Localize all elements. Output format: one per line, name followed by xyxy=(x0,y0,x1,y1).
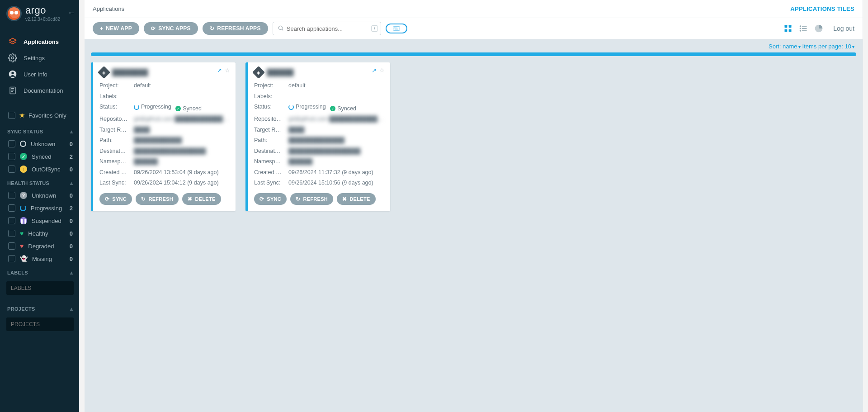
sidebar-header: argo v2.12.3+6b9cd82 ← xyxy=(0,0,79,25)
filter-label: Missing xyxy=(32,256,62,262)
filter-health-suspended[interactable]: ❚❚ Suspended 0 xyxy=(0,214,79,227)
crumbbar: Applications APPLICATIONS TILES xyxy=(85,0,863,18)
kv-value: ████ xyxy=(134,126,229,134)
tile-delete-button[interactable]: ✖DELETE xyxy=(337,193,376,205)
tile-delete-label: DELETE xyxy=(349,196,370,202)
nav-applications[interactable]: Applications xyxy=(0,33,79,50)
pie-view-icon[interactable] xyxy=(814,24,823,33)
status-synced: Synced xyxy=(337,105,356,113)
filter-label: Progressing xyxy=(31,205,62,212)
perpage-control[interactable]: Items per page: 10▾ xyxy=(802,43,854,50)
list-view-icon[interactable] xyxy=(799,24,808,33)
nav-documentation-label: Documentation xyxy=(24,87,63,94)
labels-filter-input[interactable] xyxy=(6,281,74,295)
main-scrollbar[interactable] xyxy=(863,0,868,412)
kv-key: Destinat… xyxy=(254,147,288,156)
open-external-icon[interactable]: ↗ xyxy=(372,67,377,74)
breadcrumb: Applications xyxy=(93,5,124,12)
kv-value: ██████████████████ xyxy=(288,147,384,156)
health-status-title-row[interactable]: HEALTH STATUS ▴ xyxy=(0,175,79,189)
star-icon: ★ xyxy=(19,111,25,119)
tile-sync-button[interactable]: ⟳SYNC xyxy=(99,193,132,205)
status-progressing: Progressing xyxy=(141,103,171,111)
nav-documentation[interactable]: Documentation xyxy=(0,82,79,99)
checkbox[interactable] xyxy=(8,153,15,160)
open-external-icon[interactable]: ↗ xyxy=(217,67,222,74)
checkbox[interactable] xyxy=(8,204,15,212)
filter-health-degraded[interactable]: ♥ Degraded 0 xyxy=(0,240,79,252)
kv-key: Status: xyxy=(254,103,288,113)
kv-value: ██████████████ xyxy=(288,137,384,145)
sync-apps-button[interactable]: ⟳ SYNC APPS xyxy=(144,22,198,35)
checkbox[interactable] xyxy=(8,217,15,224)
kv-key: Target R… xyxy=(254,126,288,134)
refresh-icon: ↻ xyxy=(296,196,300,202)
star-outline-icon[interactable]: ☆ xyxy=(379,67,385,74)
delete-icon: ✖ xyxy=(188,196,192,202)
filter-count: 0 xyxy=(66,141,73,147)
checkbox[interactable] xyxy=(8,255,15,262)
sort-control[interactable]: Sort: name▾ xyxy=(769,43,801,50)
brand: argo v2.12.3+6b9cd82 xyxy=(6,5,60,22)
keyboard-toggle-button[interactable] xyxy=(386,24,407,33)
app-type-icon: ◈ xyxy=(98,66,110,79)
svg-rect-15 xyxy=(395,29,398,29)
nav-userinfo[interactable]: User Info xyxy=(0,66,79,82)
filter-health-missing[interactable]: 👻 Missing 0 xyxy=(0,252,79,265)
checkbox[interactable] xyxy=(8,242,15,250)
filter-health-healthy[interactable]: ♥ Healthy 0 xyxy=(0,227,79,240)
filter-count: 0 xyxy=(66,192,73,199)
kv-key: Last Sync: xyxy=(99,179,134,187)
filter-sync-outofsync[interactable]: ↑ OutOfSync 0 xyxy=(0,163,79,175)
projects-filter-input[interactable] xyxy=(6,317,74,331)
app-name: ████████ xyxy=(112,69,148,76)
favorites-label: Favorites Only xyxy=(28,112,66,119)
kv-value: ████ xyxy=(288,126,384,134)
plus-icon: + xyxy=(100,25,103,32)
svg-rect-18 xyxy=(785,29,788,32)
tiles-view-icon[interactable] xyxy=(783,24,793,33)
checkbox[interactable] xyxy=(8,166,15,173)
tile-sync-label: SYNC xyxy=(112,196,127,202)
filter-sync-unknown[interactable]: Unknown 0 xyxy=(0,137,79,150)
checkbox[interactable] xyxy=(8,192,15,199)
logout-link[interactable]: Log out xyxy=(833,25,854,32)
favorites-checkbox[interactable] xyxy=(8,112,15,119)
svg-line-9 xyxy=(282,29,283,30)
filter-sync-synced[interactable]: ✓ Synced 2 xyxy=(0,150,79,163)
search-wrap: / xyxy=(273,22,381,35)
projects-section-title-row[interactable]: PROJECTS ▴ xyxy=(0,301,79,315)
tile-refresh-button[interactable]: ↻REFRESH xyxy=(290,193,333,205)
kv-key: Namesp… xyxy=(99,158,134,166)
filter-health-unknown[interactable]: ? Unknown 0 xyxy=(0,189,79,202)
sync-status-title-row[interactable]: SYNC STATUS ▴ xyxy=(0,124,79,137)
new-app-button[interactable]: + NEW APP xyxy=(93,22,139,35)
sidebar-scrollbar[interactable] xyxy=(79,0,85,412)
kv-key: Created … xyxy=(254,169,288,177)
sync-status-title: SYNC STATUS xyxy=(7,129,43,134)
sidebar: argo v2.12.3+6b9cd82 ← Applications Sett… xyxy=(0,0,79,412)
svg-point-8 xyxy=(278,26,282,29)
sidebar-collapse-icon[interactable]: ← xyxy=(67,8,75,18)
gear-icon xyxy=(8,53,17,62)
refresh-apps-button[interactable]: ↻ REFRESH APPS xyxy=(203,22,268,35)
star-outline-icon[interactable]: ☆ xyxy=(225,67,230,74)
nav-settings[interactable]: Settings xyxy=(0,50,79,66)
chevron-down-icon: ▾ xyxy=(852,44,854,49)
tile-sync-button[interactable]: ⟳SYNC xyxy=(254,193,287,205)
tile-refresh-button[interactable]: ↻REFRESH xyxy=(136,193,179,205)
checkbox[interactable] xyxy=(8,230,15,237)
search-input[interactable] xyxy=(287,25,371,32)
app-tile[interactable]: ↗ ☆ ◈ ████████ Project:default Labels: S… xyxy=(91,62,236,211)
kv-key: Destinat… xyxy=(99,147,134,156)
main: Applications APPLICATIONS TILES + NEW AP… xyxy=(85,0,863,412)
checkbox[interactable] xyxy=(8,140,15,147)
sort-value: name xyxy=(783,43,797,50)
labels-section-title-row[interactable]: LABELS ▴ xyxy=(0,265,79,279)
tile-delete-button[interactable]: ✖DELETE xyxy=(182,193,221,205)
progress-ring-icon xyxy=(288,104,294,110)
app-tile[interactable]: ↗ ☆ ◈ ██████ Project:default Labels: Sta… xyxy=(245,62,390,211)
filter-health-progressing[interactable]: Progressing 2 xyxy=(0,202,79,214)
svg-point-3 xyxy=(11,72,14,74)
kv-value: ██████ xyxy=(134,158,229,166)
